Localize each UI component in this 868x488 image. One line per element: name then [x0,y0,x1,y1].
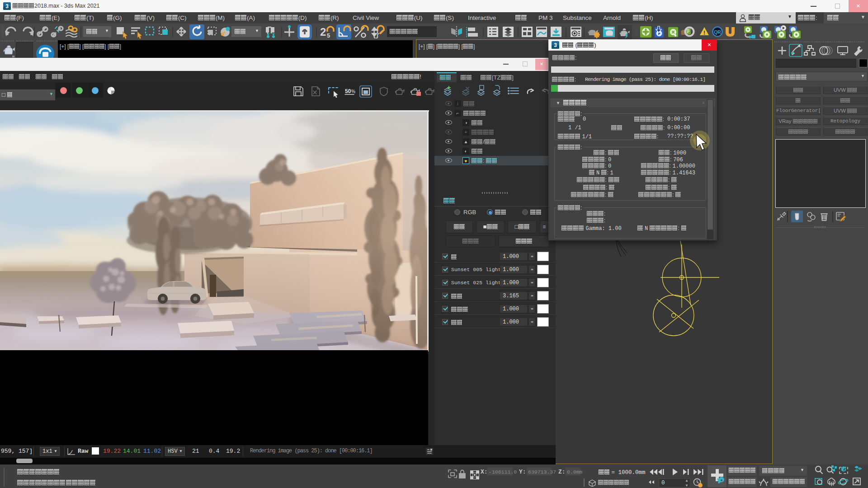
svg-text:%: % [351,89,355,94]
svg-text:2: 2 [320,26,326,38]
svg-text:3: 3 [5,3,9,9]
svg-text:3: 3 [554,42,557,48]
svg-text:50: 50 [345,88,351,94]
svg-text:5: 5 [327,32,330,39]
svg-text:{}: {} [373,27,379,38]
svg-text:QR: QR [714,29,721,35]
svg-text:!: ! [703,30,705,36]
